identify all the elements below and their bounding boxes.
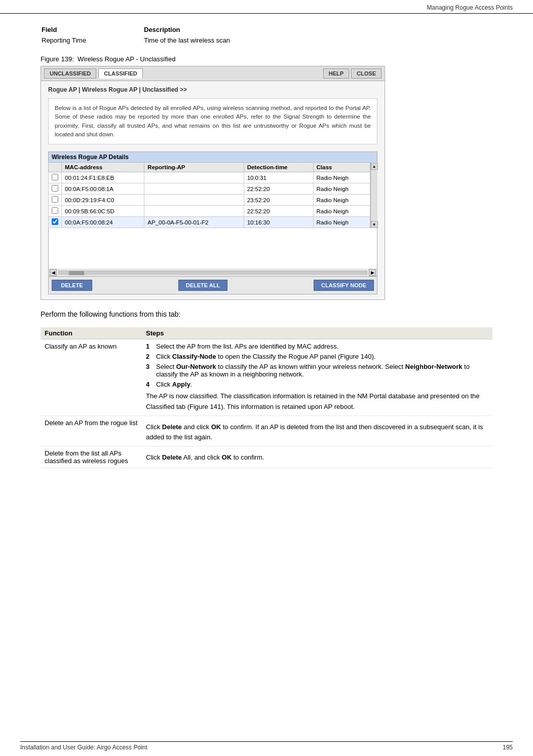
- class-value: Radio Neigh: [313, 206, 370, 217]
- panel-topbar: UNCLASSIFIED CLASSIFIED HELP CLOSE: [41, 66, 385, 81]
- info-box: Below is a list of Rogue APs detected by…: [48, 98, 377, 144]
- mac-address: 00:0A:F5:00:08:24: [62, 217, 144, 228]
- table-row: 00:0A:F5:00:08:1A 22:52:20 Radio Neigh: [49, 183, 370, 195]
- table-row: 00:01:24:F1:E8:EB 10:0:31 Radio Neigh: [49, 172, 370, 183]
- class-value: Radio Neigh: [313, 172, 370, 183]
- col-reporting-ap: Reporting-AP: [144, 163, 244, 172]
- scroll-right-button[interactable]: ▶: [369, 269, 376, 276]
- row-checkbox[interactable]: [52, 174, 58, 180]
- table-row: 00:0D:29:19:F4:C0 23:52:20 Radio Neigh: [49, 195, 370, 206]
- col-function-header: Function: [41, 327, 142, 339]
- checkbox-cell[interactable]: [49, 206, 62, 217]
- ui-panel: UNCLASSIFIED CLASSIFIED HELP CLOSE Rogue…: [41, 66, 385, 300]
- step-text: Select the AP from the list. APs are ide…: [156, 343, 338, 350]
- note-text: Click Delete and click OK to confirm. If…: [146, 422, 488, 443]
- tab-unclassified[interactable]: UNCLASSIFIED: [44, 68, 96, 79]
- step-text: Click Apply.: [156, 381, 193, 388]
- delete-button[interactable]: DELETE: [52, 280, 92, 291]
- table-row: 00:09:5B:66:0C:5D 22:52:20 Radio Neigh: [49, 206, 370, 217]
- function-table-row: Delete from the list all APs classified …: [41, 446, 492, 468]
- details-title: Wireless Rogue AP Details: [48, 152, 377, 162]
- scroll-up-button[interactable]: ▲: [371, 163, 378, 170]
- function-table-row: Classify an AP as known 1Select the AP f…: [41, 339, 492, 416]
- step-text: Select Our-Network to classify the AP as…: [156, 363, 488, 378]
- page-header: Managing Rogue Access Points: [0, 0, 533, 14]
- scroll-left-button[interactable]: ◀: [50, 269, 57, 276]
- row-checkbox[interactable]: [52, 185, 58, 192]
- delete-all-button[interactable]: DELETE ALL: [178, 280, 227, 291]
- right-scrollbar[interactable]: ▲ ▼: [370, 162, 377, 228]
- col-field: Field: [42, 25, 143, 34]
- footer-right: 195: [503, 744, 513, 751]
- checkbox-cell[interactable]: [49, 183, 62, 195]
- reporting-ap: [144, 195, 244, 206]
- ap-details-table: MAC-address Reporting-AP Detection-time …: [48, 162, 370, 228]
- tab-classified[interactable]: CLASSIFIED: [98, 68, 142, 79]
- step-item: 4Click Apply.: [146, 381, 488, 388]
- col-steps-header: Steps: [142, 327, 492, 339]
- step-item: 2Click Classify-Node to open the Classif…: [146, 353, 488, 360]
- close-button[interactable]: CLOSE: [351, 68, 382, 79]
- detection-time: 23:52:20: [244, 195, 313, 206]
- function-name: Delete an AP from the rogue list: [41, 415, 142, 446]
- class-value: Radio Neigh: [313, 217, 370, 228]
- row-checkbox[interactable]: [52, 196, 58, 203]
- footer-left: Installation and User Guide: Airgo Acces…: [20, 744, 147, 751]
- steps-column: Click Delete All, and click OK to confir…: [142, 446, 492, 468]
- step-number: 4: [146, 381, 153, 388]
- field-table-row: Reporting TimeTime of the last wireless …: [42, 35, 491, 45]
- mac-address: 00:0A:F5:00:08:1A: [62, 183, 144, 195]
- function-table: Function Steps Classify an AP as known 1…: [41, 327, 492, 468]
- mac-address: 00:01:24:F1:E8:EB: [62, 172, 144, 183]
- class-value: Radio Neigh: [313, 195, 370, 206]
- perform-text: Perform the following functions from thi…: [41, 310, 492, 318]
- note-text: The AP is now classified. The classifica…: [146, 391, 488, 412]
- header-title: Managing Rogue Access Points: [427, 4, 513, 11]
- mac-address: 00:09:5B:66:0C:5D: [62, 206, 144, 217]
- checkbox-cell[interactable]: [49, 217, 62, 228]
- reporting-ap: AP_00-0A-F5-00-01-F2: [144, 217, 244, 228]
- col-mac: MAC-address: [62, 163, 144, 172]
- figure-label: Figure 139: Wireless Rogue AP - Unclassi…: [41, 55, 492, 63]
- empty-space: [48, 228, 377, 269]
- step-item: 1Select the AP from the list. APs are id…: [146, 343, 488, 350]
- page-footer: Installation and User Guide: Airgo Acces…: [20, 741, 513, 751]
- col-detection-time: Detection-time: [244, 163, 313, 172]
- step-number: 1: [146, 343, 153, 350]
- checkbox-cell[interactable]: [49, 195, 62, 206]
- step-number: 3: [146, 363, 153, 378]
- row-checkbox[interactable]: [52, 218, 58, 225]
- detection-time: 10:0:31: [244, 172, 313, 183]
- scroll-thumb: [69, 271, 84, 275]
- field-description-table: Field Description Reporting TimeTime of …: [41, 24, 492, 46]
- step-item: 3Select Our-Network to classify the AP a…: [146, 363, 488, 378]
- breadcrumb: Rogue AP | Wireless Rogue AP | Unclassif…: [48, 86, 377, 93]
- function-name: Classify an AP as known: [41, 339, 142, 416]
- note-text: Click Delete All, and click OK to confir…: [146, 452, 488, 463]
- col-description: Description: [144, 25, 491, 34]
- function-table-row: Delete an AP from the rogue list Click D…: [41, 415, 492, 446]
- row-checkbox[interactable]: [52, 207, 58, 214]
- scroll-track[interactable]: [58, 271, 367, 275]
- field-description: Time of the last wireless scan: [144, 35, 491, 45]
- function-name: Delete from the list all APs classified …: [41, 446, 142, 468]
- mac-address: 00:0D:29:19:F4:C0: [62, 195, 144, 206]
- class-value: Radio Neigh: [313, 183, 370, 195]
- detection-time: 22:52:20: [244, 183, 313, 195]
- checkbox-cell[interactable]: [49, 172, 62, 183]
- field-name: Reporting Time: [42, 35, 143, 45]
- step-text: Click Classify-Node to open the Classify…: [156, 353, 375, 360]
- table-row: 00:0A:F5:00:08:24 AP_00-0A-F5-00-01-F2 1…: [49, 217, 370, 228]
- col-checkbox: [49, 163, 62, 172]
- reporting-ap: [144, 206, 244, 217]
- detection-time: 22:52:20: [244, 206, 313, 217]
- horizontal-scrollbar[interactable]: ◀ ▶: [48, 269, 377, 277]
- reporting-ap: [144, 183, 244, 195]
- detection-time: 10:16:30: [244, 217, 313, 228]
- scroll-down-button[interactable]: ▼: [371, 221, 378, 228]
- classify-node-button[interactable]: CLASSIFY NODE: [314, 280, 374, 291]
- help-button[interactable]: HELP: [323, 68, 349, 79]
- steps-column: 1Select the AP from the list. APs are id…: [142, 339, 492, 416]
- ap-table-container: MAC-address Reporting-AP Detection-time …: [48, 162, 377, 228]
- col-class: Class: [313, 163, 370, 172]
